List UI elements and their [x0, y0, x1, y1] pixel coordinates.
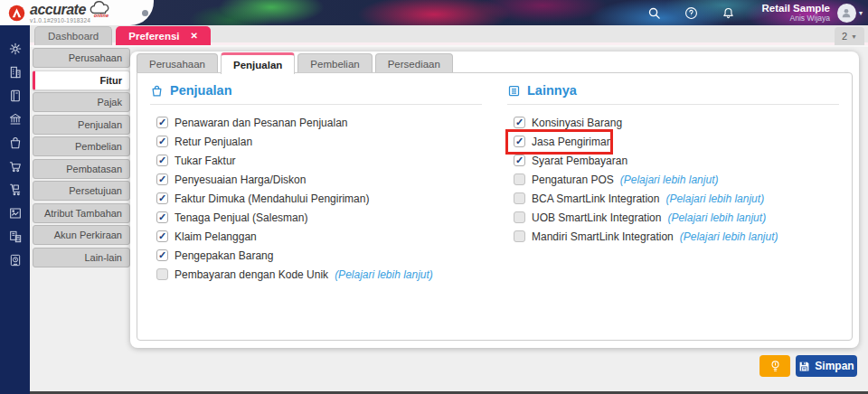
sidebar-item[interactable]: Penjualan	[33, 115, 130, 135]
panel-body: Penjualan Penawaran dan Pesanan Penjuala…	[137, 72, 853, 341]
checkbox[interactable]	[156, 155, 168, 166]
learn-more-link[interactable]: (Pelajari lebih lanjut)	[667, 211, 766, 224]
panel-tab-label: Pembelian	[310, 59, 359, 70]
sidebar-item[interactable]: Perusahaan	[33, 48, 130, 68]
checkbox[interactable]	[156, 249, 168, 261]
checkbox-label: UOB SmartLink Integration	[532, 211, 661, 224]
avatar[interactable]	[837, 4, 856, 23]
tip-button[interactable]	[760, 355, 790, 377]
person-icon	[840, 6, 853, 19]
checkbox[interactable]	[514, 117, 525, 128]
header-handle-dot	[142, 10, 148, 16]
purchase-cart-icon[interactable]	[8, 159, 23, 174]
sidebar-item[interactable]: Atribut Tambahan	[33, 203, 130, 223]
close-tab-icon[interactable]: ✕	[191, 31, 198, 41]
panel-tab[interactable]: Penjualan	[221, 52, 295, 74]
checkbox[interactable]	[514, 192, 525, 204]
sidebar-item[interactable]: Pajak	[33, 92, 130, 112]
learn-more-link[interactable]: (Pelajari lebih lanjut)	[335, 268, 433, 281]
checkbox-label: BCA SmartLink Integration	[532, 192, 659, 205]
feature-row[interactable]: Klaim Pelanggan	[156, 227, 482, 246]
bank-icon[interactable]	[8, 112, 23, 127]
checkbox-label: Pembayaran dengan Kode Unik	[175, 268, 328, 281]
search-icon[interactable]	[647, 6, 661, 20]
sidebar-item-label: Atribut Tambahan	[44, 208, 122, 219]
feature-row[interactable]: Syarat Pembayaran	[514, 151, 839, 170]
panel-tab[interactable]: Persediaan	[375, 53, 453, 73]
sidebar-item-label: Pembelian	[75, 141, 122, 152]
feature-row[interactable]: Retur Penjualan	[156, 132, 482, 151]
section-lainnya-header: Lainnya	[507, 80, 839, 105]
penjualan-feature-list: Penawaran dan Pesanan Penjualan Retur Pe…	[150, 113, 482, 284]
user-info[interactable]: Retail Sample Anis Wijaya	[762, 3, 830, 23]
checkbox[interactable]	[156, 117, 168, 128]
delivery-icon[interactable]	[8, 183, 23, 197]
feature-row[interactable]: UOB SmartLink Integration (Pelajari lebi…	[514, 208, 839, 227]
feature-row[interactable]: Pengaturan POS (Pelajari lebih lanjut)	[514, 170, 839, 189]
feature-row[interactable]: Penawaran dan Pesanan Penjualan	[156, 113, 482, 132]
learn-more-link[interactable]: (Pelajari lebih lanjut)	[680, 230, 778, 243]
learn-more-link[interactable]: (Pelajari lebih lanjut)	[620, 174, 719, 186]
checkbox[interactable]	[156, 192, 168, 204]
checkbox-label: Tenaga Penjual (Salesman)	[175, 211, 307, 224]
settings-icon[interactable]	[8, 42, 23, 56]
checkbox-label: Penawaran dan Pesanan Penjualan	[175, 117, 347, 129]
tab-dashboard[interactable]: Dashboard	[34, 26, 112, 45]
feature-row[interactable]: Tukar Faktur	[156, 151, 482, 170]
feature-row[interactable]: Pembayaran dengan Kode Unik (Pelajari le…	[156, 265, 482, 284]
tab-dashboard-label: Dashboard	[48, 31, 99, 42]
checkbox[interactable]	[514, 155, 525, 166]
learn-more-link[interactable]: (Pelajari lebih lanjut)	[665, 192, 764, 205]
feature-row[interactable]: Pengepakan Barang	[156, 246, 482, 265]
checkbox[interactable]	[156, 268, 168, 280]
feature-row[interactable]: Jasa Pengiriman	[514, 132, 839, 151]
save-floppy-icon	[798, 361, 810, 372]
checkbox[interactable]	[156, 211, 168, 223]
checkbox[interactable]	[156, 230, 168, 242]
brand-logo: accurate online v1.0.1#2910-1918324	[0, 0, 154, 25]
checkbox[interactable]	[156, 174, 168, 185]
list-form-icon	[507, 84, 521, 98]
journal-icon[interactable]	[8, 89, 23, 103]
brand-online-label: online	[94, 14, 108, 19]
sidebar-item[interactable]: Pembelian	[33, 136, 130, 156]
checkbox[interactable]	[514, 211, 525, 223]
checkbox[interactable]	[156, 136, 168, 147]
sidebar-item[interactable]: Lain-lain	[33, 248, 130, 267]
notifications-icon[interactable]	[722, 6, 735, 20]
help-icon[interactable]	[684, 6, 698, 20]
sales-icon[interactable]	[8, 136, 23, 150]
feature-row[interactable]: Penyesuaian Harga/Diskon	[156, 170, 482, 189]
panel-tabs: Perusahaan Penjualan Pembelian Persediaa…	[137, 52, 453, 73]
checkbox[interactable]	[514, 136, 525, 147]
user-menu-caret-icon[interactable]: ▾	[859, 9, 863, 17]
app-version: v1.0.1#2910-1918324	[30, 18, 112, 24]
sidebar-item[interactable]: Persetujuan	[33, 181, 130, 201]
checkbox[interactable]	[514, 174, 525, 185]
preferences-sidebar: Perusahaan Fitur Pajak Penjualan Pembeli…	[33, 48, 130, 269]
checkbox-label: Jasa Pengiriman	[532, 136, 612, 148]
tab-preferensi[interactable]: Preferensi ✕	[116, 26, 211, 45]
feature-row[interactable]: Mandiri SmartLink Integration (Pelajari …	[514, 227, 839, 246]
sidebar-item[interactable]: Akun Perkiraan	[33, 225, 130, 245]
open-windows-dropdown[interactable]: 2 ▼	[835, 27, 864, 45]
feature-row[interactable]: Konsinyasi Barang	[514, 113, 839, 132]
sidebar-item[interactable]: Pembatasan	[33, 159, 130, 179]
header-actions: Retail Sample Anis Wijaya ▾	[647, 0, 863, 25]
lightbulb-icon	[769, 360, 781, 373]
feature-row[interactable]: Faktur Dimuka (Mendahului Pengiriman)	[156, 189, 482, 208]
user-subtitle: Anis Wijaya	[762, 14, 830, 23]
sidebar-item[interactable]: Fitur	[33, 70, 130, 90]
assets-icon[interactable]	[8, 206, 23, 220]
save-button[interactable]: Simpan	[796, 355, 857, 377]
audit-icon[interactable]	[8, 253, 23, 267]
checkbox[interactable]	[514, 230, 525, 242]
feature-row[interactable]: Tenaga Penjual (Salesman)	[156, 208, 482, 227]
panel-tab[interactable]: Perusahaan	[137, 53, 218, 73]
company-icon[interactable]	[8, 65, 23, 80]
sidebar-item-label: Pajak	[97, 97, 122, 108]
checkbox-label: Faktur Dimuka (Mendahului Pengiriman)	[175, 192, 369, 205]
panel-tab[interactable]: Pembelian	[297, 53, 372, 73]
ledger-calculator-icon[interactable]	[8, 230, 23, 244]
feature-row[interactable]: BCA SmartLink Integration (Pelajari lebi…	[514, 189, 839, 208]
